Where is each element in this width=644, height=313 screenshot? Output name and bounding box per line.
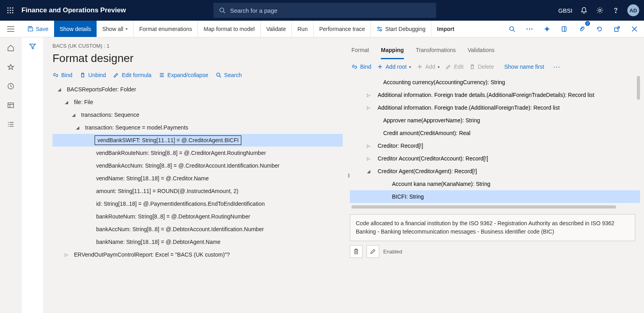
tab-mapping[interactable]: Mapping: [381, 43, 404, 59]
mapping-tree-node[interactable]: BICFI: String: [350, 190, 640, 203]
format-tree-node[interactable]: bankRouteNum: String[8..8] = @.DebtorAge…: [52, 210, 343, 223]
show-details-button[interactable]: Show details: [54, 21, 97, 37]
global-search-input[interactable]: Search for a page: [213, 3, 436, 18]
format-tree-node[interactable]: vendName: String[18..18] = @.Creditor.Na…: [52, 172, 343, 185]
format-tree-node[interactable]: vendBankSWIFT: String[11..11] = @.Credit…: [52, 134, 343, 147]
tree-toggle-icon[interactable]: ◢: [75, 125, 80, 130]
attachments-button[interactable]: 0: [575, 22, 589, 36]
nav-toggle-button[interactable]: [7, 26, 14, 32]
add-root-button[interactable]: Add root ▾: [377, 64, 411, 70]
svg-point-19: [510, 27, 514, 31]
mapping-tree-node[interactable]: ▷Creditor Account(CreditorAccount): Reco…: [350, 152, 640, 165]
modules-icon[interactable]: [6, 120, 15, 129]
format-tree-node[interactable]: ◢transaction: Sequence = model.Payments: [52, 121, 343, 134]
svg-line-43: [219, 76, 221, 77]
format-enumerations-button[interactable]: Format enumerations: [134, 21, 198, 37]
show-all-button[interactable]: Show all ▾: [97, 21, 134, 37]
breadcrumb: BACS (UK CUSTOM) : 1: [52, 43, 343, 49]
tree-toggle-icon[interactable]: ▷: [366, 156, 371, 161]
notifications-icon[interactable]: [580, 6, 588, 15]
ai-icon[interactable]: [540, 22, 554, 36]
mapping-tree-node[interactable]: ▷Additional information. Foreign trade d…: [350, 89, 640, 101]
tree-node-label: file: File: [72, 98, 95, 106]
map-format-button[interactable]: Map format to model: [198, 21, 260, 37]
show-details-label: Show details: [60, 26, 91, 32]
mapping-tree-node[interactable]: ◢Creditor Agent(CreditorAgent): Record[!…: [350, 165, 640, 178]
open-new-icon[interactable]: [557, 22, 572, 36]
format-tree-node[interactable]: ◢BACSReportsFolder: Folder: [52, 83, 343, 96]
recent-icon[interactable]: [6, 82, 15, 91]
validate-button[interactable]: Validate: [261, 21, 292, 37]
chevron-down-icon: ▾: [409, 65, 411, 69]
search-placeholder: Search for a page: [230, 7, 277, 14]
tree-toggle-icon[interactable]: ▷: [366, 92, 371, 98]
mapping-tree-node[interactable]: Credit amount(CreditAmount): Real: [350, 127, 640, 139]
mapping-tree-node[interactable]: Approver name(ApproverName): String: [350, 114, 640, 127]
edit-formula-button[interactable]: Edit formula: [113, 72, 151, 78]
mapping-tree-node[interactable]: ▷Additional information. Foreign trade.(…: [350, 101, 640, 114]
format-tree-node[interactable]: vendBankRouteNum: String[8..8] = @.Credi…: [52, 147, 343, 159]
home-icon[interactable]: [6, 44, 15, 52]
commandbar-search-button[interactable]: [505, 22, 519, 36]
mapping-bind-button[interactable]: Bind: [351, 64, 371, 70]
format-tree-node[interactable]: ▷ERVendOutPaymControlReport: Excel = "BA…: [52, 248, 343, 261]
run-button[interactable]: Run: [292, 21, 314, 37]
tree-node-label: transactions: Sequence: [80, 111, 141, 119]
horizontal-scrollbar[interactable]: [351, 205, 616, 209]
tree-toggle-icon[interactable]: ▷: [64, 252, 69, 257]
start-debugging-button[interactable]: Start Debugging: [371, 21, 431, 37]
app-launcher-button[interactable]: [5, 5, 16, 16]
help-icon[interactable]: [611, 6, 620, 15]
format-tree-node[interactable]: bankName: String[18..18] = @.DebtorAgent…: [52, 236, 343, 248]
tree-toggle-icon[interactable]: ◢: [56, 87, 62, 92]
user-avatar[interactable]: AD: [627, 4, 639, 16]
filter-icon[interactable]: [29, 43, 36, 52]
splitter[interactable]: ‖: [347, 37, 350, 313]
format-tree[interactable]: ◢BACSReportsFolder: Folder◢file: File◢tr…: [52, 83, 343, 261]
refresh-button[interactable]: [592, 22, 607, 36]
mapping-more-button[interactable]: ⋯: [553, 62, 560, 71]
show-name-first-button[interactable]: Show name first: [504, 64, 544, 70]
tab-format[interactable]: Format: [351, 43, 369, 59]
favorites-icon[interactable]: [6, 63, 15, 71]
mapping-tree-node[interactable]: Account kana name(KanaName): String: [350, 178, 640, 190]
tree-toggle-icon[interactable]: ▷: [366, 105, 371, 110]
save-icon: [27, 26, 33, 32]
tree-toggle-icon[interactable]: ▷: [366, 143, 371, 149]
format-unbind-button[interactable]: Unbind: [80, 72, 106, 78]
chevron-down-icon: ▾: [438, 65, 440, 69]
tree-toggle-icon[interactable]: ◢: [71, 112, 76, 118]
tab-transformations[interactable]: Transformations: [416, 43, 456, 59]
save-button[interactable]: Save: [21, 21, 54, 37]
mapping-tree-node[interactable]: ▷Creditor: Record[!]: [350, 139, 640, 152]
format-tree-node[interactable]: id: String[18..18] = @.PaymentIdentifica…: [52, 197, 343, 210]
import-button[interactable]: Import: [431, 21, 460, 37]
settings-icon[interactable]: [596, 6, 604, 15]
format-tree-node[interactable]: amount: String[11..11] = ROUND(@.Instruc…: [52, 185, 343, 197]
tree-toggle-icon: [86, 176, 91, 181]
edit-selected-button[interactable]: [367, 245, 379, 258]
format-tree-node[interactable]: vendBankAccNum: String[8..8] = @.Credito…: [52, 159, 343, 172]
format-bind-button[interactable]: Bind: [52, 72, 72, 78]
tab-validations[interactable]: Validations: [468, 43, 495, 59]
expand-collapse-button[interactable]: Expand/collapse: [159, 72, 208, 78]
tree-toggle-icon[interactable]: ◢: [64, 99, 69, 105]
vertical-scrollbar[interactable]: [637, 76, 640, 100]
format-search-button[interactable]: Search: [215, 72, 242, 78]
tree-toggle-icon[interactable]: ◢: [366, 168, 371, 174]
popout-button[interactable]: [610, 22, 624, 36]
workspaces-icon[interactable]: [6, 101, 15, 110]
more-commands-button[interactable]: [522, 22, 537, 36]
performance-trace-button[interactable]: Performance trace: [314, 21, 371, 37]
mapping-tree[interactable]: Accounting currency(AccountingCurrency):…: [350, 76, 640, 203]
format-tree-node[interactable]: ◢file: File: [52, 96, 343, 108]
format-tree-node[interactable]: ◢transactions: Sequence: [52, 108, 343, 121]
format-tree-node[interactable]: bankAccNum: String[8..8] = @.DebtorAccou…: [52, 223, 343, 236]
delete-selected-button[interactable]: [350, 245, 363, 258]
link-icon: [351, 64, 358, 70]
mapping-tree-node[interactable]: Accounting currency(AccountingCurrency):…: [350, 76, 640, 89]
content-body: BACS (UK CUSTOM) : 1 Format designer Bin…: [44, 37, 644, 313]
org-name[interactable]: GBSI: [558, 7, 572, 14]
svg-line-10: [223, 12, 225, 13]
close-button[interactable]: [627, 22, 642, 36]
